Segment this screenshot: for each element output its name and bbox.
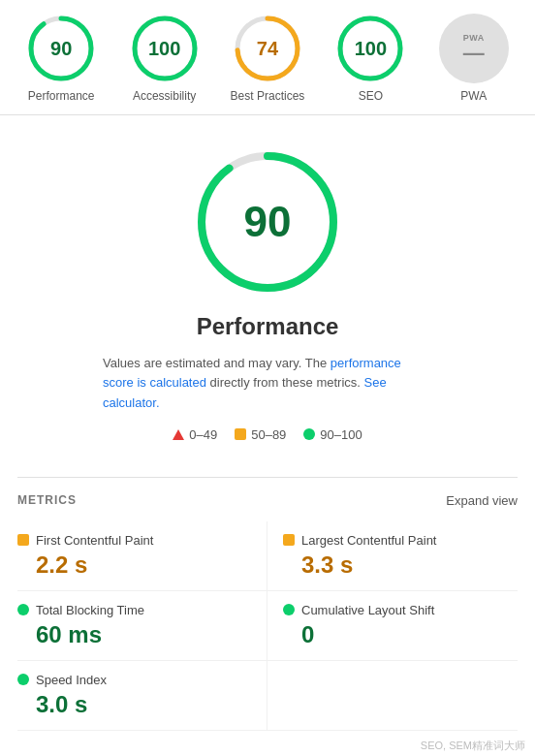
- score-item-performance[interactable]: 90 Performance: [17, 14, 105, 105]
- metric-value: 0: [283, 621, 510, 648]
- score-label-best-practices: Best Practices: [231, 89, 305, 105]
- divider: [17, 477, 518, 478]
- score-number-seo: 100: [355, 38, 387, 60]
- score-description: Values are estimated and may vary. The p…: [103, 354, 432, 414]
- pwa-circle: PWA —: [439, 14, 509, 83]
- main-content: 90 Performance Values are estimated and …: [0, 115, 535, 731]
- metric-name: Cumulative Layout Shift: [301, 603, 434, 617]
- pwa-dash: —: [463, 43, 485, 64]
- metric-name: Total Blocking Time: [36, 603, 144, 617]
- score-circle-performance: 90: [26, 14, 96, 83]
- score-number-best-practices: 74: [257, 38, 278, 60]
- legend-item-0–49: 0–49: [173, 427, 217, 442]
- score-circle-best-practices: 74: [233, 14, 302, 83]
- metric-name: Largest Contentful Paint: [301, 533, 436, 548]
- metric-indicator: [17, 604, 29, 615]
- score-item-pwa: PWA — PWA: [430, 14, 518, 105]
- metric-cell-3: Cumulative Layout Shift 0: [268, 591, 518, 661]
- metric-cell-1: Largest Contentful Paint 3.3 s: [268, 521, 518, 591]
- metric-cell-empty: [268, 661, 518, 731]
- score-number-performance: 90: [50, 38, 72, 60]
- metric-value: 60 ms: [17, 621, 251, 648]
- big-score-label: Performance: [197, 313, 339, 340]
- desc-text2: directly from these metrics.: [206, 375, 364, 390]
- big-score-circle: 90: [190, 144, 345, 299]
- score-item-best-practices[interactable]: 74 Best Practices: [224, 14, 311, 105]
- score-label-pwa: PWA: [460, 89, 487, 105]
- big-score-number: 90: [244, 198, 292, 246]
- scores-section: 90 Performance 100 Accessibility 74 Best…: [0, 0, 535, 115]
- desc-text1: Values are estimated and may vary. The: [103, 356, 330, 370]
- metric-name: Speed Index: [36, 673, 107, 687]
- legend-range: 90–100: [320, 427, 362, 442]
- legend-square: [235, 428, 246, 440]
- metric-indicator: [283, 604, 295, 615]
- legend: 0–4950–8990–100: [173, 427, 362, 442]
- metric-indicator: [17, 534, 29, 546]
- metric-indicator: [283, 534, 295, 546]
- metric-name-row: Total Blocking Time: [17, 603, 251, 617]
- score-label-seo: SEO: [359, 89, 383, 105]
- legend-triangle: [173, 429, 184, 440]
- legend-dot: [303, 428, 315, 440]
- metric-indicator: [17, 674, 29, 685]
- metric-name-row: Largest Contentful Paint: [283, 533, 510, 548]
- big-score-section: 90 Performance Values are estimated and …: [17, 115, 518, 461]
- metric-value: 2.2 s: [17, 551, 251, 579]
- score-label-performance: Performance: [28, 89, 95, 105]
- metric-value: 3.0 s: [17, 691, 251, 718]
- metric-name-row: First Contentful Paint: [17, 533, 251, 548]
- watermark: SEO, SEM精准词大师: [0, 731, 535, 756]
- metric-name-row: Cumulative Layout Shift: [283, 603, 510, 617]
- metric-cell-4: Speed Index 3.0 s: [17, 661, 268, 731]
- score-circle-accessibility: 100: [130, 14, 200, 83]
- score-number-accessibility: 100: [148, 38, 180, 60]
- metric-name: First Contentful Paint: [36, 533, 153, 548]
- metrics-header: METRICS Expand view: [17, 493, 518, 508]
- legend-range: 0–49: [189, 427, 217, 442]
- metric-name-row: Speed Index: [17, 673, 251, 687]
- legend-item-50–89: 50–89: [235, 427, 286, 442]
- expand-view-button[interactable]: Expand view: [446, 493, 518, 508]
- score-label-accessibility: Accessibility: [133, 89, 196, 105]
- legend-item-90–100: 90–100: [303, 427, 362, 442]
- score-item-accessibility[interactable]: 100 Accessibility: [121, 14, 208, 105]
- legend-range: 50–89: [251, 427, 286, 442]
- metrics-grid: First Contentful Paint 2.2 s Largest Con…: [17, 521, 518, 731]
- score-circle-seo: 100: [335, 14, 405, 83]
- metric-cell-2: Total Blocking Time 60 ms: [17, 591, 268, 661]
- score-item-seo[interactable]: 100 SEO: [327, 14, 414, 105]
- metric-cell-0: First Contentful Paint 2.2 s: [17, 521, 268, 591]
- metric-value: 3.3 s: [283, 551, 510, 579]
- metrics-title: METRICS: [17, 493, 77, 507]
